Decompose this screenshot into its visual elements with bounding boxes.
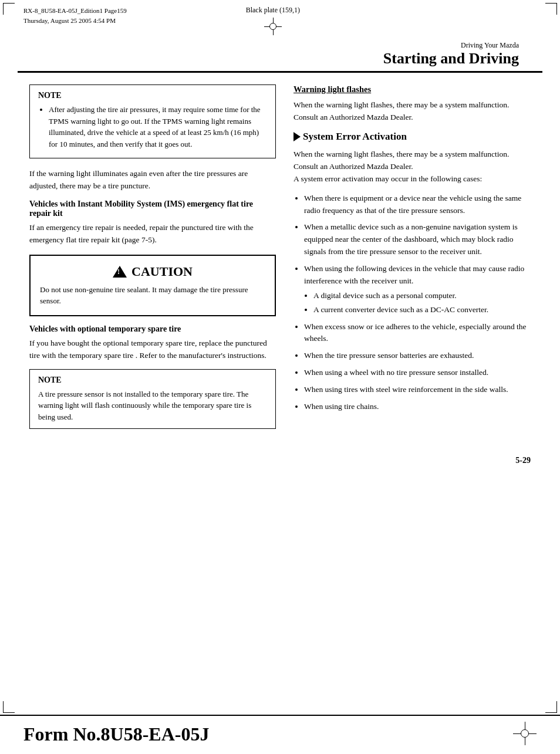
left-column: NOTE After adjusting the tire air pressu… [29,84,276,438]
caution-triangle-icon [113,266,127,278]
list-item-5: When the tire pressure sensor batteries … [304,350,531,362]
para2: If an emergency tire repair is needed, r… [29,222,276,246]
heading1: Vehicles with Instant Mobility System (I… [29,200,276,218]
note1-title: NOTE [38,91,267,100]
corner-mark-tl [3,3,15,15]
black-triangle-icon [294,132,301,141]
list-item-6: When using a wheel with no tire pressure… [304,367,531,379]
warning-para: When the warning light flashes, there ma… [294,99,531,124]
sub-list-item-3a: A digital device such as a personal comp… [313,290,531,302]
note2-title: NOTE [38,376,267,385]
system-error-para: When the warning light flashes, there ma… [294,148,531,185]
form-number: Form No.8U58-EA-05J [23,723,209,745]
sub-list-3: A digital device such as a personal comp… [304,290,531,316]
para1: If the warning light illuminates again e… [29,168,276,192]
header-line1: RX-8_8U58-EA-05J_Edition1 Page159 [23,6,127,16]
header-line2: Thursday, August 25 2005 4:54 PM [23,16,127,26]
corner-mark-tr [545,3,557,15]
section-label: Driving Your Mazda [41,41,519,50]
note1-list: After adjusting the tire air pressures, … [38,104,267,150]
section-title: Starting and Driving [41,50,519,67]
header-left: RX-8_8U58-EA-05J_Edition1 Page159 Thursd… [23,6,127,25]
header-center: Black plate (159,1) [246,6,300,35]
note-box-1: NOTE After adjusting the tire air pressu… [29,84,276,158]
caution-title: CAUTION [40,264,265,279]
list-item-8: When using tire chains. [304,401,531,413]
caution-text: Do not use non-genuine tire sealant. It … [40,284,265,307]
footer-crosshair-circle [521,729,529,738]
system-error-list: When there is equipment or a device near… [294,192,531,413]
list-item-3: When using the following devices in the … [304,263,531,316]
page-footer: Form No.8U58-EA-05J [0,715,560,754]
main-content: NOTE After adjusting the tire air pressu… [6,73,554,450]
crosshair-icon [264,18,282,35]
page-number: 5-29 [0,450,560,471]
system-error-heading: System Error Activation [294,131,531,143]
title-section: Driving Your Mazda Starting and Driving [18,35,542,73]
list-item-1: When there is equipment or a device near… [304,192,531,217]
list-item-2: When a metallic device such as a non-gen… [304,221,531,258]
list-item-4: When excess snow or ice adheres to the v… [304,321,531,346]
note-box-2: NOTE A tire pressure sensor is not insta… [29,369,276,430]
crosshair-circle [269,23,276,30]
right-column: Warning light flashes When the warning l… [294,84,531,438]
warning-heading: Warning light flashes [294,84,531,94]
corner-mark-br [545,701,557,713]
caution-box: CAUTION Do not use non-genuine tire seal… [29,255,276,316]
sub-list-item-3b: A current converter device such as a DC-… [313,304,531,316]
list-item-7: When using tires with steel wire reinfor… [304,384,531,396]
page-header: RX-8_8U58-EA-05J_Edition1 Page159 Thursd… [0,0,560,35]
para3: If you have bought the optional temporar… [29,337,276,362]
corner-mark-bl [3,701,15,713]
heading2: Vehicles with optional temporary spare t… [29,324,276,334]
note2-text: A tire pressure sensor is not installed … [38,388,267,423]
note1-bullet: After adjusting the tire air pressures, … [49,104,267,150]
footer-crosshair-icon [513,722,537,745]
plate-text: Black plate (159,1) [246,6,300,15]
